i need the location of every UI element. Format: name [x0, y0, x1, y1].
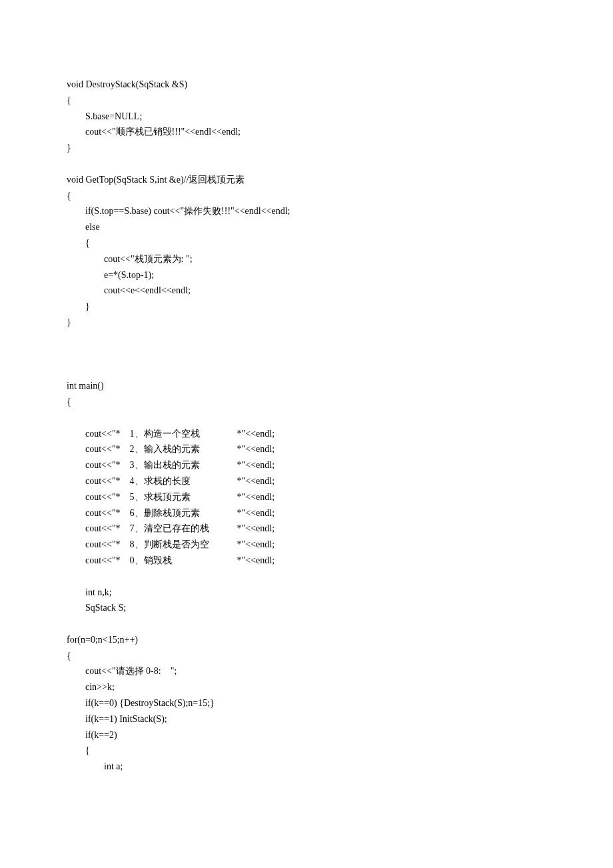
code-line — [67, 569, 546, 585]
code-line: cout<<"* 3、输出栈的元素 *"<<endl; — [67, 457, 546, 473]
code-line: cin>>k; — [67, 679, 546, 695]
code-line: cout<<"* 5、求栈顶元素 *"<<endl; — [67, 489, 546, 505]
code-line: else — [67, 219, 546, 235]
code-line: cout<<"请选择 0-8: "; — [67, 663, 546, 679]
code-line: int a; — [67, 759, 546, 775]
code-line: } — [67, 315, 546, 331]
code-line: e=*(S.top-1); — [67, 267, 546, 283]
code-line: cout<<"顺序栈已销毁!!!"<<endl<<endl; — [67, 124, 546, 140]
code-line: cout<<"* 2、输入栈的元素 *"<<endl; — [67, 441, 546, 457]
code-line: void DestroyStack(SqStack &S) — [67, 77, 546, 93]
code-line: cout<<"* 7、清空已存在的栈 *"<<endl; — [67, 521, 546, 537]
code-line: cout<<"* 1、构造一个空栈 *"<<endl; — [67, 426, 546, 442]
code-line: int n,k; — [67, 585, 546, 601]
code-line: { — [67, 743, 546, 759]
code-line: { — [67, 648, 546, 664]
code-line: cout<<"栈顶元素为: "; — [67, 251, 546, 267]
code-line: if(k==0) {DestroyStack(S);n=15;} — [67, 695, 546, 711]
code-line: { — [67, 188, 546, 204]
code-line: { — [67, 394, 546, 410]
code-line: cout<<e<<endl<<endl; — [67, 283, 546, 299]
code-line: int main() — [67, 378, 546, 394]
code-line — [67, 410, 546, 426]
code-line: if(S.top==S.base) cout<<"操作失败!!!"<<endl<… — [67, 203, 546, 219]
code-line: cout<<"* 0、销毁栈 *"<<endl; — [67, 553, 546, 569]
code-line — [67, 362, 546, 378]
code-line: SqStack S; — [67, 600, 546, 616]
code-line — [67, 347, 546, 363]
code-line: { — [67, 93, 546, 109]
code-line — [67, 331, 546, 347]
code-line: void GetTop(SqStack S,int &e)//返回栈顶元素 — [67, 172, 546, 188]
code-line: cout<<"* 6、删除栈顶元素 *"<<endl; — [67, 505, 546, 521]
code-line: S.base=NULL; — [67, 109, 546, 125]
document-page: void DestroyStack(SqStack &S){ S.base=NU… — [0, 0, 613, 868]
code-line: if(k==1) InitStack(S); — [67, 711, 546, 727]
code-line: cout<<"* 8、判断栈是否为空 *"<<endl; — [67, 537, 546, 553]
code-line — [67, 616, 546, 632]
code-block: void DestroyStack(SqStack &S){ S.base=NU… — [67, 77, 546, 775]
code-line: } — [67, 299, 546, 315]
code-line — [67, 156, 546, 172]
code-line: } — [67, 140, 546, 156]
code-line: for(n=0;n<15;n++) — [67, 632, 546, 648]
code-line: if(k==2) — [67, 727, 546, 743]
code-line: cout<<"* 4、求栈的长度 *"<<endl; — [67, 473, 546, 489]
code-line: { — [67, 235, 546, 251]
